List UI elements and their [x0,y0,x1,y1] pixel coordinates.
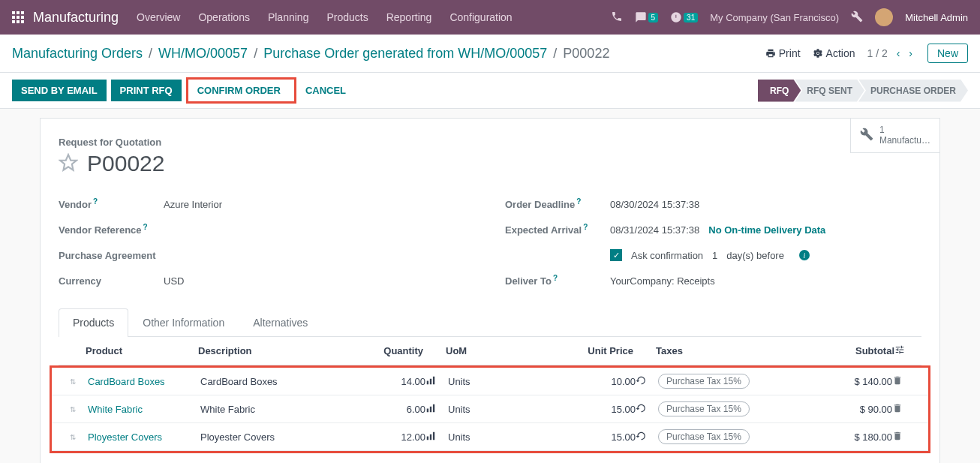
confirm-order-button[interactable]: CONFIRM ORDER [188,80,290,101]
breadcrumb-po-list[interactable]: Purchase Order generated from WH/MO/0005… [263,46,547,62]
status-flow: RFQ RFQ SENT PURCHASE ORDER [758,80,968,102]
table-row[interactable]: ⇅ White Fabric White Fabric 6.00 Units 1… [52,395,928,423]
main-menu: Overview Operations Planning Products Re… [137,11,610,23]
forecast-icon[interactable] [425,431,448,443]
description-cell[interactable]: CardBoard Boxes [200,376,350,387]
pager-next[interactable]: › [906,47,915,59]
chat-icon[interactable]: 5 [635,11,659,23]
description-cell[interactable]: White Fabric [200,404,350,415]
delete-row-icon[interactable] [892,403,910,416]
vendor-ref-label: Vendor Reference? [59,223,164,236]
quantity-cell[interactable]: 14.00 [350,376,425,387]
activities-icon[interactable]: 31 [670,11,698,23]
avatar[interactable] [875,8,893,26]
delivery-data-link[interactable]: No On-time Delivery Data [708,224,825,236]
top-navbar: Manufacturing Overview Operations Planni… [0,0,980,35]
delete-row-icon[interactable] [892,375,910,388]
status-rfq[interactable]: RFQ [758,80,801,102]
col-uom[interactable]: UoM [446,345,528,356]
chat-badge: 5 [648,13,659,23]
tax-cell[interactable]: Purchase Tax 15% [658,374,808,389]
drag-handle-icon[interactable]: ⇅ [70,433,88,441]
tax-cell[interactable]: Purchase Tax 15% [658,429,808,444]
new-button[interactable]: New [927,44,968,63]
app-title[interactable]: Manufacturing [33,10,119,26]
arrival-field[interactable]: 08/31/2024 15:37:38 No On-time Delivery … [610,224,825,236]
deadline-field[interactable]: 08/30/2024 15:37:38 [610,199,699,210]
tax-cell[interactable]: Purchase Tax 15% [658,401,808,416]
quantity-cell[interactable]: 12.00 [350,431,425,443]
col-subtotal[interactable]: Subtotal [806,345,894,356]
revert-icon[interactable] [636,375,658,388]
tab-alternatives[interactable]: Alternatives [239,308,322,336]
breadcrumb-root[interactable]: Manufacturing Orders [12,46,143,62]
table-row[interactable]: ⇅ Ployester Covers Ployester Covers 12.0… [52,423,928,451]
menu-planning[interactable]: Planning [268,11,309,23]
arrival-label: Expected Arrival? [505,223,610,236]
breadcrumb: Manufacturing Orders / WH/MO/00057 / Pur… [12,46,609,62]
breadcrumb-mo[interactable]: WH/MO/00057 [158,46,248,62]
unit-price-cell[interactable]: 15.00 [531,404,636,415]
status-purchase-order[interactable]: PURCHASE ORDER [858,80,968,102]
uom-cell[interactable]: Units [448,404,531,415]
debug-icon[interactable] [851,11,863,25]
col-description[interactable]: Description [198,345,348,356]
vendor-field[interactable]: Azure Interior [164,199,222,210]
wrench-icon [860,128,873,143]
unit-price-cell[interactable]: 10.00 [531,376,636,387]
forecast-icon[interactable] [425,403,448,416]
info-icon[interactable]: i [799,250,810,260]
star-icon[interactable] [59,153,78,175]
manufacturing-smart-button[interactable]: 1 Manufactu… [850,118,940,153]
print-button[interactable]: Print [765,47,801,59]
revert-icon[interactable] [636,431,658,443]
drag-handle-icon[interactable]: ⇅ [70,377,88,386]
currency-field[interactable]: USD [164,275,184,287]
col-quantity[interactable]: Quantity [348,345,423,356]
currency-label: Currency [59,275,164,287]
forecast-icon[interactable] [425,375,448,388]
unit-price-cell[interactable]: 15.00 [531,431,636,443]
svg-point-0 [816,53,818,54]
action-button[interactable]: Action [813,47,855,59]
menu-configuration[interactable]: Configuration [449,11,512,23]
apps-icon[interactable] [12,11,24,23]
ask-confirmation-checkbox[interactable]: ✓ [610,249,622,261]
product-cell[interactable]: White Fabric [88,404,200,415]
delete-row-icon[interactable] [892,431,910,443]
user-name[interactable]: Mitchell Admin [905,12,968,23]
col-unit-price[interactable]: Unit Price [528,345,633,356]
menu-reporting[interactable]: Reporting [386,11,432,23]
tab-products[interactable]: Products [59,308,128,337]
status-rfq-sent[interactable]: RFQ SENT [795,80,864,102]
col-product[interactable]: Product [86,345,198,356]
subtotal-cell: $ 90.00 [808,404,892,415]
uom-cell[interactable]: Units [448,376,531,387]
table-row[interactable]: ⇅ CardBoard Boxes CardBoard Boxes 14.00 … [52,368,928,395]
tab-other-info[interactable]: Other Information [128,308,239,336]
activities-badge: 31 [684,13,698,23]
tabs: Products Other Information Alternatives [59,308,921,337]
menu-products[interactable]: Products [326,11,368,23]
company-selector[interactable]: My Company (San Francisco) [710,12,839,23]
menu-operations[interactable]: Operations [198,11,249,23]
col-taxes[interactable]: Taxes [656,345,806,356]
revert-icon[interactable] [636,403,658,416]
drag-handle-icon[interactable]: ⇅ [70,405,88,413]
column-settings-icon[interactable] [894,344,912,357]
cancel-button[interactable]: CANCEL [296,80,355,101]
quantity-cell[interactable]: 6.00 [350,404,425,415]
description-cell[interactable]: Ployester Covers [200,431,350,443]
product-cell[interactable]: Ployester Covers [88,431,200,443]
pager-prev[interactable]: ‹ [894,47,903,59]
deliver-to-field[interactable]: YourCompany: Receipts [610,275,715,287]
uom-cell[interactable]: Units [448,431,531,443]
agreement-label: Purchase Agreement [59,250,164,261]
deadline-label: Order Deadline? [505,197,610,210]
vendor-label: Vendor? [59,197,164,210]
phone-icon[interactable] [611,11,623,25]
print-rfq-button[interactable]: PRINT RFQ [111,80,182,101]
send-email-button[interactable]: SEND BY EMAIL [12,80,107,101]
menu-overview[interactable]: Overview [137,11,180,23]
product-cell[interactable]: CardBoard Boxes [88,376,200,387]
